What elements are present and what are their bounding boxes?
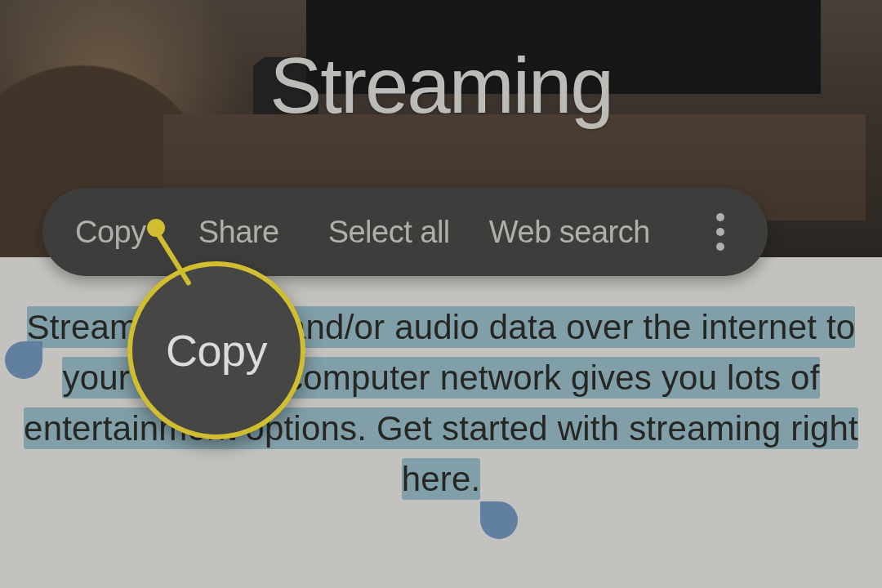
callout-label: Copy [166,325,267,376]
tutorial-callout-bubble: Copy [127,261,305,439]
web-search-menu-item[interactable]: Web search [489,215,650,250]
page-title: Streaming [0,41,882,131]
copy-menu-item[interactable]: Copy [75,215,146,250]
select-all-menu-item[interactable]: Select all [328,215,450,250]
selection-end-handle[interactable] [480,501,518,539]
more-vert-icon [716,213,724,221]
selection-start-handle[interactable] [5,341,42,379]
share-menu-item[interactable]: Share [198,215,279,250]
more-options-button[interactable] [702,207,738,256]
callout-anchor-dot [147,219,165,237]
screenshot-root: Streaming Streaming video and/or audio d… [0,0,882,588]
